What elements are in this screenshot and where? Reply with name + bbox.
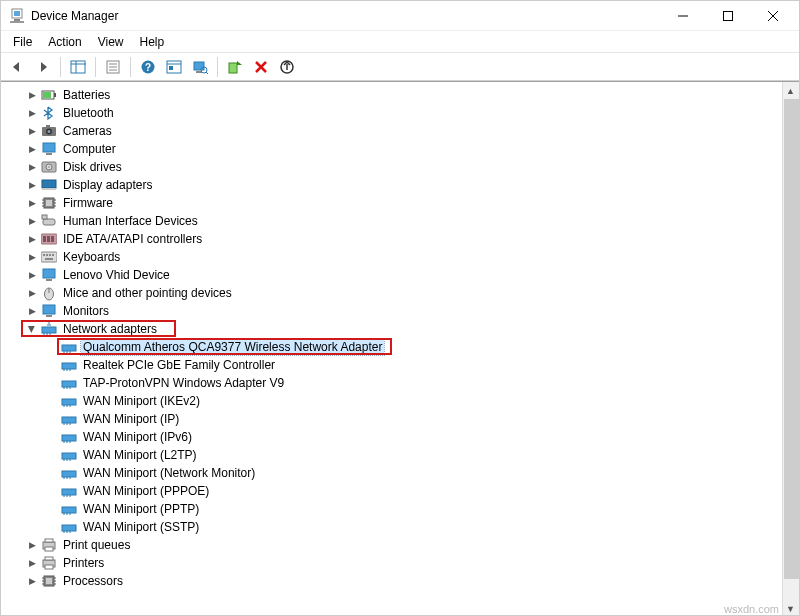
tree-node-child-qualcomm[interactable]: Qualcomm Atheros QCA9377 Wireless Networ… — [3, 338, 782, 356]
tree-node-disk-drives[interactable]: ▶ Disk drives — [3, 158, 782, 176]
firmware-icon — [41, 195, 57, 211]
tree-node-computer[interactable]: ▶ Computer — [3, 140, 782, 158]
toolbar-separator — [60, 57, 61, 77]
tree-node-batteries[interactable]: ▶ Batteries — [3, 86, 782, 104]
tree-node-child-wan-ip[interactable]: WAN Miniport (IP) — [3, 410, 782, 428]
expand-icon[interactable]: ▶ — [25, 88, 39, 102]
update-driver-button[interactable] — [223, 55, 247, 79]
expand-icon[interactable]: ▶ — [25, 196, 39, 210]
scroll-up-arrow[interactable]: ▲ — [783, 82, 798, 99]
properties-button[interactable] — [101, 55, 125, 79]
monitor-icon — [41, 303, 57, 319]
svg-rect-51 — [42, 215, 47, 219]
tree-node-firmware[interactable]: ▶ Firmware — [3, 194, 782, 212]
window-title: Device Manager — [31, 9, 660, 23]
printer-icon — [41, 555, 57, 571]
disable-device-button[interactable] — [275, 55, 299, 79]
svg-rect-50 — [43, 219, 55, 225]
svg-rect-35 — [43, 143, 55, 152]
expand-icon[interactable]: ▶ — [25, 250, 39, 264]
menu-action[interactable]: Action — [40, 33, 89, 51]
expand-icon[interactable]: ▶ — [25, 106, 39, 120]
tree-node-child-wan-netmon[interactable]: WAN Miniport (Network Monitor) — [3, 464, 782, 482]
menu-file[interactable]: File — [5, 33, 40, 51]
scan-hardware-button[interactable] — [188, 55, 212, 79]
expand-icon[interactable]: ▶ — [25, 142, 39, 156]
action-button[interactable] — [162, 55, 186, 79]
svg-rect-20 — [194, 62, 204, 70]
hid-icon — [41, 213, 57, 229]
minimize-button[interactable] — [660, 2, 705, 30]
expand-icon[interactable]: ▶ — [25, 304, 39, 318]
tree-node-display-adapters[interactable]: ▶ Display adapters — [3, 176, 782, 194]
tree-node-child-wan-pptp[interactable]: WAN Miniport (PPTP) — [3, 500, 782, 518]
tree-node-monitors[interactable]: ▶ Monitors — [3, 302, 782, 320]
tree-node-bluetooth[interactable]: ▶ Bluetooth — [3, 104, 782, 122]
svg-rect-92 — [62, 435, 76, 441]
svg-rect-8 — [71, 61, 85, 73]
svg-rect-19 — [169, 66, 173, 70]
device-tree[interactable]: ▶ Batteries ▶ Bluetooth ▶ Cameras ▶ Comp… — [1, 82, 782, 616]
back-button[interactable] — [5, 55, 29, 79]
svg-rect-84 — [62, 399, 76, 405]
menubar: File Action View Help — [1, 31, 799, 53]
expand-icon[interactable]: ▶ — [25, 124, 39, 138]
network-adapter-icon — [61, 519, 77, 535]
expand-icon[interactable]: ▶ — [25, 268, 39, 282]
tree-node-ide[interactable]: ▶ IDE ATA/ATAPI controllers — [3, 230, 782, 248]
tree-node-printers[interactable]: ▶ Printers — [3, 554, 782, 572]
tree-node-child-tap[interactable]: TAP-ProtonVPN Windows Adapter V9 — [3, 374, 782, 392]
expand-icon[interactable]: ▶ — [25, 160, 39, 174]
network-adapter-icon — [61, 447, 77, 463]
close-button[interactable] — [750, 2, 795, 30]
scroll-down-arrow[interactable]: ▼ — [783, 600, 798, 616]
tree-node-cameras[interactable]: ▶ Cameras — [3, 122, 782, 140]
tree-node-hid[interactable]: ▶ Human Interface Devices — [3, 212, 782, 230]
svg-rect-123 — [46, 578, 52, 584]
tree-node-child-wan-l2tp[interactable]: WAN Miniport (L2TP) — [3, 446, 782, 464]
scroll-thumb[interactable] — [784, 99, 799, 579]
network-adapter-icon — [61, 483, 77, 499]
expand-icon[interactable]: ▶ — [25, 286, 39, 300]
tree-node-network-adapters[interactable]: ▶ Network adapters — [3, 320, 782, 338]
svg-rect-54 — [47, 236, 50, 242]
tree-node-child-wan-ipv6[interactable]: WAN Miniport (IPv6) — [3, 428, 782, 446]
tree-node-keyboards[interactable]: ▶ Keyboards — [3, 248, 782, 266]
collapse-icon[interactable]: ▶ — [25, 322, 39, 336]
svg-rect-104 — [62, 489, 76, 495]
expand-icon[interactable]: ▶ — [25, 538, 39, 552]
show-hide-console-tree-button[interactable] — [66, 55, 90, 79]
vertical-scrollbar[interactable]: ▲ ▼ — [782, 82, 799, 616]
svg-rect-56 — [41, 252, 57, 262]
camera-icon — [41, 123, 57, 139]
expand-icon[interactable]: ▶ — [25, 232, 39, 246]
tree-node-lenovo-vhid[interactable]: ▶ Lenovo Vhid Device — [3, 266, 782, 284]
svg-rect-34 — [46, 125, 50, 127]
help-button[interactable]: ? — [136, 55, 160, 79]
maximize-button[interactable] — [705, 2, 750, 30]
forward-button[interactable] — [31, 55, 55, 79]
svg-rect-121 — [45, 565, 53, 569]
tree-node-processors[interactable]: ▶ Processors — [3, 572, 782, 590]
bluetooth-icon — [41, 105, 57, 121]
menu-help[interactable]: Help — [132, 33, 173, 51]
tree-node-mice[interactable]: ▶ Mice and other pointing devices — [3, 284, 782, 302]
tree-node-child-wan-sstp[interactable]: WAN Miniport (SSTP) — [3, 518, 782, 536]
tree-node-print-queues[interactable]: ▶ Print queues — [3, 536, 782, 554]
processor-icon — [41, 573, 57, 589]
tree-node-child-wan-ikev2[interactable]: WAN Miniport (IKEv2) — [3, 392, 782, 410]
expand-icon[interactable]: ▶ — [25, 214, 39, 228]
expand-icon[interactable]: ▶ — [25, 178, 39, 192]
uninstall-device-button[interactable] — [249, 55, 273, 79]
svg-rect-5 — [723, 11, 732, 20]
expand-icon[interactable]: ▶ — [25, 574, 39, 588]
tree-node-child-realtek[interactable]: Realtek PCIe GbE Family Controller — [3, 356, 782, 374]
tree-node-child-wan-pppoe[interactable]: WAN Miniport (PPPOE) — [3, 482, 782, 500]
svg-rect-118 — [45, 547, 53, 551]
expand-icon[interactable]: ▶ — [25, 556, 39, 570]
network-adapter-icon — [61, 501, 77, 517]
svg-rect-68 — [42, 327, 56, 333]
toolbar-separator — [130, 57, 131, 77]
print-queue-icon — [41, 537, 57, 553]
menu-view[interactable]: View — [90, 33, 132, 51]
